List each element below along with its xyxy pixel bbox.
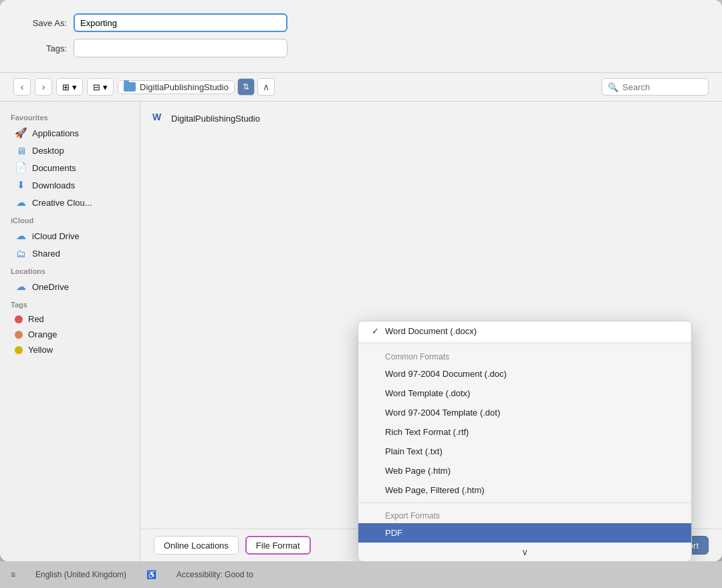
red-tag-dot bbox=[15, 315, 23, 323]
dropdown-item-rtf[interactable]: Rich Text Format (.rtf) bbox=[358, 422, 691, 442]
save-dialog: Save As: Tags: ‹ › ⊞ ▾ ⊟ ▾ DigitlaPublis… bbox=[0, 0, 722, 561]
sidebar-item-shared-label: Shared bbox=[32, 249, 60, 259]
tags-row: Tags: bbox=[20, 39, 702, 57]
sidebar-item-desktop[interactable]: 🖥 Desktop bbox=[4, 142, 136, 159]
creative-cloud-icon: ☁ bbox=[15, 196, 27, 208]
search-icon: 🔍 bbox=[608, 82, 618, 92]
dropdown-item-dot[interactable]: Word 97-2004 Template (.dot) bbox=[358, 403, 691, 422]
search-box[interactable]: 🔍 bbox=[602, 78, 709, 96]
sidebar-item-tag-red[interactable]: Red bbox=[4, 311, 136, 327]
sidebar-item-downloads-label: Downloads bbox=[32, 180, 75, 190]
sidebar: Favourites 🚀 Applications 🖥 Desktop 📄 Do… bbox=[0, 102, 140, 561]
save-as-row: Save As: bbox=[20, 13, 702, 32]
sidebar-item-onedrive[interactable]: ☁ OneDrive bbox=[4, 278, 136, 295]
dropdown-item-docx[interactable]: ✓ Word Document (.docx) bbox=[358, 321, 691, 341]
grid-icon: ⊟ bbox=[93, 82, 100, 92]
status-bar: ≡ English (United Kingdom) ♿ Accessibili… bbox=[0, 561, 722, 588]
desktop-icon: 🖥 bbox=[15, 144, 27, 156]
tags-section-title: Tags bbox=[0, 295, 140, 311]
word-file-icon: W bbox=[152, 112, 166, 125]
tag-orange-label: Orange bbox=[28, 329, 57, 339]
favourites-section-title: Favourites bbox=[0, 108, 140, 124]
check-icon: ✓ bbox=[372, 326, 385, 336]
forward-button[interactable]: › bbox=[35, 78, 52, 96]
sidebar-item-onedrive-label: OneDrive bbox=[32, 282, 69, 292]
grid-dropdown-icon: ▾ bbox=[103, 82, 108, 92]
documents-icon: 📄 bbox=[15, 162, 27, 174]
dropdown-item-txt-label: Plain Text (.txt) bbox=[385, 446, 443, 456]
file-format-dropdown: ✓ Word Document (.docx) Common Formats W… bbox=[358, 321, 692, 561]
online-locations-tab[interactable]: Online Locations bbox=[154, 536, 239, 555]
dropdown-item-htm[interactable]: Web Page (.htm) bbox=[358, 461, 691, 480]
tags-label: Tags: bbox=[20, 43, 67, 53]
columns-dropdown-icon: ▾ bbox=[72, 82, 77, 92]
dropdown-item-htm-filtered-label: Web Page, Filtered (.htm) bbox=[385, 485, 485, 495]
accessibility-icon: ♿ bbox=[146, 570, 156, 579]
location-pill[interactable]: DigitlaPublishingStudio bbox=[118, 80, 235, 94]
sidebar-item-tag-yellow[interactable]: Yellow bbox=[4, 342, 136, 357]
dropdown-item-htm-filtered[interactable]: Web Page, Filtered (.htm) bbox=[358, 480, 691, 500]
file-item-label: DigitalPublishingStudio bbox=[171, 114, 260, 124]
file-item-digital-publishing[interactable]: W DigitalPublishingStudio bbox=[147, 108, 715, 128]
icloud-section-title: iCloud bbox=[0, 211, 140, 227]
onedrive-icon: ☁ bbox=[15, 281, 27, 293]
sidebar-item-icloud-drive[interactable]: ☁ iCloud Drive bbox=[4, 227, 136, 245]
sidebar-item-documents-label: Documents bbox=[32, 163, 76, 173]
sidebar-item-creative-cloud[interactable]: ☁ Creative Clou... bbox=[4, 194, 136, 211]
sidebar-item-desktop-label: Desktop bbox=[32, 146, 64, 156]
sidebar-item-shared[interactable]: 🗂 Shared bbox=[4, 245, 136, 262]
accessibility-text: Accessibility: Good to bbox=[176, 570, 253, 579]
sidebar-item-downloads[interactable]: ⬇ Downloads bbox=[4, 176, 136, 194]
sidebar-item-applications-label: Applications bbox=[32, 128, 79, 138]
yellow-tag-dot bbox=[15, 346, 23, 354]
back-button[interactable]: ‹ bbox=[13, 78, 31, 96]
sidebar-item-icloud-drive-label: iCloud Drive bbox=[32, 231, 80, 241]
dialog-header: Save As: Tags: bbox=[0, 0, 722, 73]
columns-view-button[interactable]: ⊞ ▾ bbox=[56, 78, 83, 96]
location-collapse-button[interactable]: ∧ bbox=[257, 78, 275, 96]
locale-text: English (United Kingdom) bbox=[35, 570, 126, 579]
file-format-tab[interactable]: File Format bbox=[245, 536, 311, 555]
tags-input[interactable] bbox=[74, 39, 287, 57]
dropdown-item-htm-label: Web Page (.htm) bbox=[385, 466, 451, 476]
search-input[interactable] bbox=[622, 82, 703, 92]
dropdown-item-pdf[interactable]: PDF bbox=[358, 523, 691, 543]
dropdown-item-doc-label: Word 97-2004 Document (.doc) bbox=[385, 369, 507, 379]
sidebar-item-tag-orange[interactable]: Orange bbox=[4, 327, 136, 342]
applications-icon: 🚀 bbox=[15, 127, 27, 139]
tag-yellow-label: Yellow bbox=[28, 345, 53, 355]
dropdown-item-rtf-label: Rich Text Format (.rtf) bbox=[385, 427, 469, 437]
word-count-icon: ≡ bbox=[11, 570, 15, 579]
sidebar-item-creative-cloud-label: Creative Clou... bbox=[32, 198, 92, 208]
columns-icon: ⊞ bbox=[62, 82, 70, 92]
toolbar: ‹ › ⊞ ▾ ⊟ ▾ DigitlaPublishingStudio ⇅ ∧ … bbox=[0, 73, 722, 102]
location-bar: DigitlaPublishingStudio ⇅ ∧ bbox=[118, 78, 598, 96]
chevron-down-icon: ∨ bbox=[521, 547, 528, 557]
save-as-input[interactable] bbox=[74, 13, 287, 32]
dropdown-item-pdf-label: PDF bbox=[385, 528, 402, 538]
locations-section-title: Locations bbox=[0, 262, 140, 278]
downloads-icon: ⬇ bbox=[15, 179, 27, 191]
dropdown-separator-2 bbox=[358, 502, 691, 503]
export-formats-title: Export Formats bbox=[358, 506, 691, 523]
dropdown-item-dotx[interactable]: Word Template (.dotx) bbox=[358, 384, 691, 403]
dropdown-item-dot-label: Word 97-2004 Template (.dot) bbox=[385, 408, 500, 418]
grid-view-button[interactable]: ⊟ ▾ bbox=[87, 78, 114, 96]
folder-icon bbox=[124, 82, 136, 92]
sidebar-item-documents[interactable]: 📄 Documents bbox=[4, 159, 136, 176]
shared-icon: 🗂 bbox=[15, 247, 27, 259]
dropdown-separator-1 bbox=[358, 343, 691, 344]
dropdown-item-docx-label: Word Document (.docx) bbox=[385, 326, 477, 336]
sidebar-item-applications[interactable]: 🚀 Applications bbox=[4, 124, 136, 142]
dropdown-item-dotx-label: Word Template (.dotx) bbox=[385, 388, 470, 398]
icloud-drive-icon: ☁ bbox=[15, 230, 27, 242]
common-formats-title: Common Formats bbox=[358, 347, 691, 364]
save-as-label: Save As: bbox=[20, 18, 67, 28]
location-expand-button[interactable]: ⇅ bbox=[237, 78, 255, 96]
orange-tag-dot bbox=[15, 331, 23, 339]
dropdown-footer: ∨ bbox=[358, 543, 691, 561]
dropdown-item-doc[interactable]: Word 97-2004 Document (.doc) bbox=[358, 364, 691, 384]
dropdown-item-txt[interactable]: Plain Text (.txt) bbox=[358, 442, 691, 461]
location-name: DigitlaPublishingStudio bbox=[140, 82, 229, 92]
tag-red-label: Red bbox=[28, 314, 44, 324]
